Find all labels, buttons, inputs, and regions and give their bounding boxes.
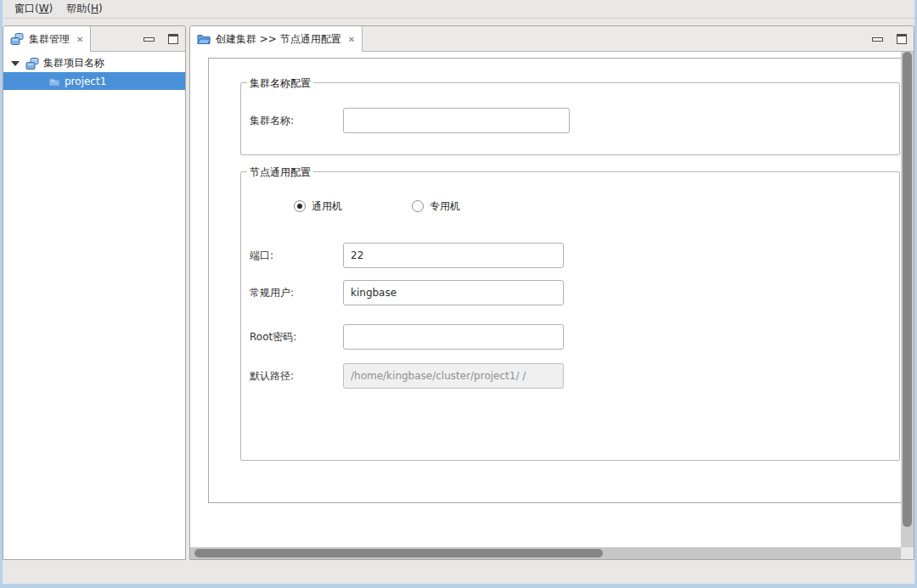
tree-root-label: 集群项目名称: [43, 56, 104, 70]
vertical-scrollbar-thumb[interactable]: [903, 52, 912, 527]
radio-dedicated-machine-label: 专用机: [430, 199, 460, 214]
cluster-name-input[interactable]: [343, 108, 570, 133]
default-path-input: [343, 363, 564, 389]
menu-help[interactable]: 帮助(H): [59, 0, 109, 18]
radio-general-machine[interactable]: 通用机: [294, 199, 342, 214]
radio-general-machine-label: 通用机: [312, 199, 342, 214]
group-node-common-legend: 节点通用配置: [247, 165, 313, 180]
scrollbar-corner: [901, 547, 914, 559]
maximize-icon[interactable]: [168, 34, 178, 44]
group-cluster-name-legend: 集群名称配置: [247, 76, 313, 91]
editor-header-buttons: [872, 26, 907, 52]
editor-area: 创建集群 >> 节点通用配置 ✕ 集群名称配置 集群名称:: [189, 25, 914, 560]
root-password-row: Root密码:: [250, 324, 891, 350]
radio-icon[interactable]: [294, 200, 306, 212]
close-icon[interactable]: ✕: [348, 35, 355, 44]
regular-user-input[interactable]: [343, 280, 564, 305]
default-path-row: 默认路径:: [250, 363, 891, 389]
chevron-expanded-icon[interactable]: [11, 61, 20, 66]
open-folder-icon: [197, 32, 211, 46]
form-viewport: 集群名称配置 集群名称: 节点通用配置 通用机: [190, 52, 901, 547]
editor-tab-strip: 创建集群 >> 节点通用配置 ✕: [190, 26, 914, 52]
close-icon[interactable]: ✕: [76, 35, 83, 44]
radio-dedicated-machine[interactable]: 专用机: [412, 199, 460, 214]
cluster-tree: 集群项目名称 project1: [3, 52, 185, 559]
port-row: 端口:: [250, 243, 891, 268]
maximize-icon[interactable]: [897, 34, 907, 44]
root-password-label: Root密码:: [250, 330, 343, 344]
folder-icon: [48, 76, 60, 87]
group-node-common-config: 节点通用配置 通用机 专用机 端口:: [240, 171, 900, 461]
left-header-buttons: [143, 26, 178, 52]
menu-bar: 窗口(W) 帮助(H): [3, 0, 914, 19]
tree-child-label: project1: [65, 76, 106, 87]
cluster-name-row: 集群名称:: [250, 108, 891, 133]
cluster-manager-view: 集群管理 ✕ 集群项目名称: [3, 25, 186, 560]
tab-create-cluster[interactable]: 创建集群 >> 节点通用配置 ✕: [190, 26, 363, 52]
machine-type-radio-row: 通用机 专用机: [294, 198, 460, 215]
horizontal-scrollbar-thumb[interactable]: [194, 549, 603, 557]
left-tab-label: 集群管理: [29, 32, 70, 47]
minimize-icon[interactable]: [872, 37, 883, 42]
cluster-icon: [10, 32, 24, 46]
tree-item-project1[interactable]: project1: [3, 72, 185, 90]
radio-icon[interactable]: [412, 200, 424, 212]
window-bottom-border: [0, 584, 917, 588]
root-password-input[interactable]: [343, 324, 564, 350]
minimize-icon[interactable]: [143, 37, 155, 42]
editor-tab-label: 创建集群 >> 节点通用配置: [216, 32, 341, 47]
default-path-label: 默认路径:: [250, 369, 343, 384]
port-input[interactable]: [343, 243, 564, 268]
tree-item-root[interactable]: 集群项目名称: [3, 54, 185, 72]
menu-window[interactable]: 窗口(W): [8, 0, 59, 18]
vertical-scrollbar[interactable]: [901, 52, 914, 547]
cluster-icon: [25, 57, 39, 70]
port-label: 端口:: [250, 249, 343, 263]
group-cluster-name: 集群名称配置 集群名称:: [240, 82, 900, 155]
tab-cluster-manager[interactable]: 集群管理 ✕: [3, 26, 91, 52]
user-row: 常规用户:: [250, 280, 891, 305]
form-container: 集群名称配置 集群名称: 节点通用配置 通用机: [208, 58, 901, 503]
cluster-name-label: 集群名称:: [250, 114, 343, 128]
app-window: 窗口(W) 帮助(H) 集群管理 ✕: [0, 0, 917, 588]
regular-user-label: 常规用户:: [250, 286, 343, 300]
horizontal-scrollbar[interactable]: [190, 547, 914, 559]
left-tab-strip: 集群管理 ✕: [3, 26, 185, 52]
editor-body: 集群名称配置 集群名称: 节点通用配置 通用机: [190, 52, 914, 547]
